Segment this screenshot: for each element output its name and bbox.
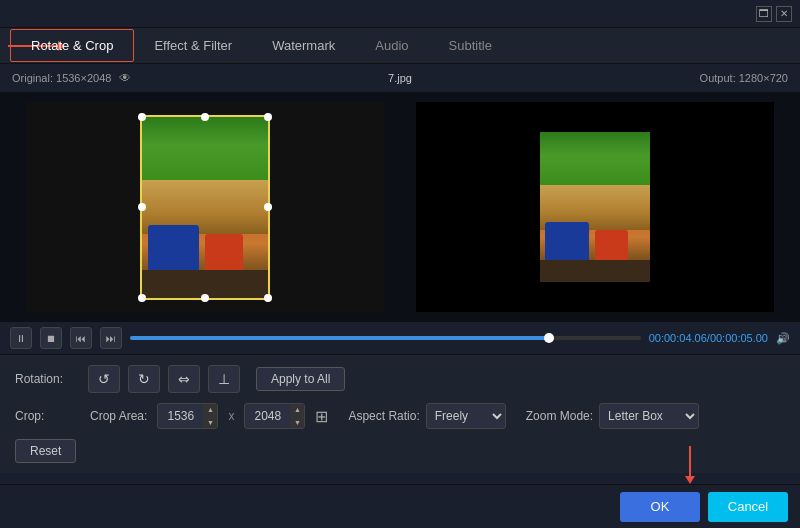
tab-subtitle[interactable]: Subtitle: [429, 30, 512, 61]
ok-arrow-head: [685, 476, 695, 484]
crop-handle-bm[interactable]: [201, 294, 209, 302]
crop-width-input[interactable]: [158, 409, 203, 423]
rotation-row: Rotation: ↺ ↻ ⇔ ⊥ Apply to All: [15, 365, 785, 393]
reset-row: Reset: [15, 439, 785, 463]
file-name: 7.jpg: [388, 72, 412, 84]
original-size: Original: 1536×2048: [12, 72, 111, 84]
right-preview-panel: [416, 102, 775, 312]
tab-watermark[interactable]: Watermark: [252, 30, 355, 61]
crop-handle-ml[interactable]: [138, 203, 146, 211]
rotation-label: Rotation:: [15, 372, 80, 386]
ok-pointer-arrow: [685, 446, 695, 484]
tab-audio[interactable]: Audio: [355, 30, 428, 61]
crop-handle-tr[interactable]: [264, 113, 272, 121]
minimize-button[interactable]: 🗖: [756, 6, 772, 22]
reset-button[interactable]: Reset: [15, 439, 76, 463]
zoom-mode-label: Zoom Mode:: [526, 409, 593, 423]
aspect-ratio-section: Aspect Ratio: Freely 16:9 4:3 1:1 9:16: [348, 403, 505, 429]
total-time: 00:00:05.00: [710, 332, 768, 344]
tab-bar: Rotate & Crop Effect & Filter Watermark …: [0, 28, 800, 64]
title-bar: 🗖 ✕: [0, 0, 800, 28]
crop-image[interactable]: [140, 115, 270, 300]
resize-icon: ⊞: [315, 407, 328, 426]
action-bar: OK Cancel: [0, 484, 800, 528]
height-spinners: ▲ ▼: [290, 403, 304, 429]
crop-height-input[interactable]: [245, 409, 290, 423]
info-bar: Original: 1536×2048 7.jpg Output: 1280×7…: [0, 64, 800, 92]
crop-handle-tl[interactable]: [138, 113, 146, 121]
next-frame-button[interactable]: ⏭: [100, 327, 122, 349]
aspect-ratio-dropdown[interactable]: Freely 16:9 4:3 1:1 9:16: [426, 403, 506, 429]
eye-icon[interactable]: [119, 71, 131, 85]
output-size: Output: 1280×720: [700, 72, 788, 84]
zoom-mode-section: Zoom Mode: Letter Box Pan & Scan Full: [526, 403, 699, 429]
zoom-mode-dropdown[interactable]: Letter Box Pan & Scan Full: [599, 403, 699, 429]
tab-effect-filter[interactable]: Effect & Filter: [134, 30, 252, 61]
tab-rotate-crop[interactable]: Rotate & Crop: [10, 29, 134, 62]
rotate-right-button[interactable]: ↻: [128, 365, 160, 393]
height-increment-button[interactable]: ▲: [290, 403, 304, 416]
apply-to-all-button[interactable]: Apply to All: [256, 367, 345, 391]
controls-area: Rotation: ↺ ↻ ⇔ ⊥ Apply to All Crop: Cro…: [0, 354, 800, 473]
prev-frame-button[interactable]: ⏮: [70, 327, 92, 349]
crop-row: Crop: Crop Area: ▲ ▼ x ▲ ▼ ⊞ Aspect Rati…: [15, 403, 785, 429]
cancel-button[interactable]: Cancel: [708, 492, 788, 522]
crop-area-label: Crop Area:: [90, 409, 147, 423]
time-display: 00:00:04.06/00:00:05.00: [649, 332, 768, 344]
close-button[interactable]: ✕: [776, 6, 792, 22]
aspect-ratio-label: Aspect Ratio:: [348, 409, 419, 423]
flip-vertical-button[interactable]: ⊥: [208, 365, 240, 393]
ok-arrow-shaft: [689, 446, 691, 476]
crop-handle-mr[interactable]: [264, 203, 272, 211]
progress-bar[interactable]: [130, 336, 641, 340]
height-decrement-button[interactable]: ▼: [290, 416, 304, 429]
flip-horizontal-button[interactable]: ⇔: [168, 365, 200, 393]
rotate-left-button[interactable]: ↺: [88, 365, 120, 393]
preview-area: [0, 92, 800, 322]
output-preview-image: [540, 132, 650, 282]
volume-icon[interactable]: [776, 331, 790, 345]
play-pause-button[interactable]: ⏸: [10, 327, 32, 349]
progress-fill: [130, 336, 549, 340]
crop-handle-tm[interactable]: [201, 113, 209, 121]
height-input-wrap: ▲ ▼: [244, 403, 305, 429]
width-increment-button[interactable]: ▲: [203, 403, 217, 416]
width-decrement-button[interactable]: ▼: [203, 416, 217, 429]
progress-thumb[interactable]: [544, 333, 554, 343]
current-time: 00:00:04.06: [649, 332, 707, 344]
x-separator: x: [228, 409, 234, 423]
crop-handle-bl[interactable]: [138, 294, 146, 302]
ok-button[interactable]: OK: [620, 492, 700, 522]
left-preview-panel: [26, 102, 385, 312]
timeline: ⏸ ⏹ ⏮ ⏭ 00:00:04.06/00:00:05.00: [0, 322, 800, 354]
crop-handle-br[interactable]: [264, 294, 272, 302]
width-input-wrap: ▲ ▼: [157, 403, 218, 429]
stop-button[interactable]: ⏹: [40, 327, 62, 349]
crop-label: Crop:: [15, 409, 80, 423]
width-spinners: ▲ ▼: [203, 403, 217, 429]
